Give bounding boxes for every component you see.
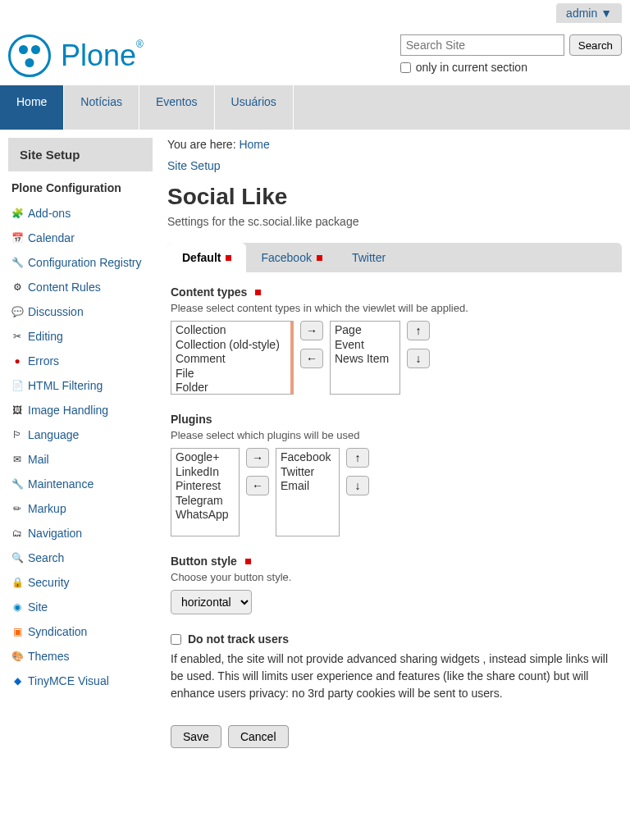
required-icon (245, 559, 251, 564)
sidebar-item-maintenance[interactable]: Maintenance (28, 477, 94, 491)
nav-usuarios[interactable]: Usuários (215, 85, 294, 130)
search-icon: 🔍 (11, 552, 23, 564)
sidebar-item-themes[interactable]: Themes (28, 650, 70, 663)
button-style-help: Choose your button style. (171, 571, 619, 583)
themes-icon: 🎨 (11, 651, 23, 662)
sidebar-item-discussion[interactable]: Discussion (28, 305, 84, 318)
wrench-icon: 🔧 (11, 257, 23, 268)
content-types-selected[interactable]: Page Event News Item (330, 321, 400, 395)
plugins-label: Plugins (171, 413, 212, 426)
plugins-selected[interactable]: Facebook Twitter Email (276, 448, 340, 536)
calendar-icon: 📅 (11, 232, 23, 244)
flag-icon: 🏳 (11, 429, 23, 441)
sidebar-item-addons[interactable]: Add-ons (28, 207, 71, 220)
plugins-move-down-button[interactable]: ↓ (346, 476, 369, 495)
sidebar-item-markup[interactable]: Markup (28, 502, 66, 515)
admin-menu[interactable]: admin ▼ (556, 3, 622, 23)
form-tabs: Default Facebook Twitter (167, 243, 622, 272)
content-types-move-right-button[interactable]: → (300, 321, 323, 340)
site-logo[interactable]: Plone® (8, 34, 144, 77)
plugins-move-left-button[interactable]: ← (246, 476, 269, 495)
plugins-help: Please select which plugins will be used (171, 429, 619, 441)
discussion-icon: 💬 (11, 306, 23, 317)
button-style-select[interactable]: horizontal (171, 590, 252, 614)
page-description: Settings for the sc.social.like package (167, 215, 622, 228)
do-not-track-description: If enabled, the site will not provide ad… (171, 651, 619, 702)
sidebar-section-title: Plone Configuration (8, 181, 153, 201)
content-types-move-down-button[interactable]: ↓ (407, 349, 430, 368)
error-icon: ● (11, 355, 23, 367)
content-types-help: Please select content types in which the… (171, 302, 619, 314)
sidebar-item-content-rules[interactable]: Content Rules (28, 281, 101, 294)
only-current-section-checkbox[interactable] (400, 62, 411, 73)
content-types-move-up-button[interactable]: ↑ (407, 321, 430, 340)
do-not-track-checkbox[interactable] (171, 634, 181, 645)
image-icon: 🖼 (11, 404, 23, 416)
content-types-available[interactable]: Collection Collection (old-style) Commen… (171, 321, 294, 395)
search-input[interactable] (400, 34, 564, 56)
rules-icon: ⚙ (11, 281, 23, 293)
sidebar-item-tinymce[interactable]: TinyMCE Visual (28, 674, 109, 687)
required-icon (226, 255, 231, 261)
sidebar-header: Site Setup (8, 138, 153, 171)
global-nav: Home Notícias Eventos Usuários (0, 85, 630, 130)
content-types-move-left-button[interactable]: ← (300, 349, 323, 368)
sidebar-item-search[interactable]: Search (28, 551, 64, 564)
rss-icon: ▣ (11, 626, 23, 637)
breadcrumb-home[interactable]: Home (239, 138, 269, 151)
sidebar-item-language[interactable]: Language (28, 428, 79, 441)
pencil-icon: ✏ (11, 503, 23, 514)
tab-facebook[interactable]: Facebook (246, 243, 336, 272)
breadcrumb: You are here: Home (167, 138, 622, 151)
sidebar-item-mail[interactable]: Mail (28, 453, 49, 466)
sidebar-item-navigation[interactable]: Navigation (28, 527, 82, 540)
sidebar-item-errors[interactable]: Errors (28, 354, 59, 368)
cancel-button[interactable]: Cancel (228, 725, 289, 748)
nav-noticias[interactable]: Notícias (64, 85, 139, 130)
sidebar-item-editing[interactable]: Editing (28, 330, 63, 343)
nav-home[interactable]: Home (0, 85, 64, 130)
lock-icon: 🔒 (11, 577, 23, 588)
site-setup-link[interactable]: Site Setup (167, 159, 221, 172)
sidebar-item-site[interactable]: Site (28, 600, 48, 614)
sidebar-item-security[interactable]: Security (28, 576, 70, 589)
sidebar-item-html-filtering[interactable]: HTML Filtering (28, 379, 103, 392)
sidebar-item-calendar[interactable]: Calendar (28, 231, 75, 244)
nav-eventos[interactable]: Eventos (139, 85, 215, 130)
site-icon: ◉ (11, 601, 23, 613)
tab-twitter[interactable]: Twitter (337, 243, 400, 272)
tinymce-icon: ◆ (11, 675, 23, 687)
logo-text: Plone® (61, 39, 144, 73)
plugins-move-right-button[interactable]: → (246, 448, 269, 468)
content-types-label: Content types (171, 285, 247, 299)
maintenance-icon: 🔧 (11, 478, 23, 490)
only-current-section-label: only in current section (416, 61, 527, 74)
plugins-available[interactable]: Google+ LinkedIn Pinterest Telegram What… (171, 448, 240, 536)
sidebar-item-image-handling[interactable]: Image Handling (28, 404, 108, 417)
button-style-label: Button style (171, 555, 237, 568)
search-button[interactable]: Search (569, 34, 622, 56)
mail-icon: ✉ (11, 454, 23, 465)
scissors-icon: ✂ (11, 331, 23, 342)
save-button[interactable]: Save (171, 725, 221, 748)
filter-icon: 📄 (11, 380, 23, 391)
sidebar-item-config-registry[interactable]: Configuration Registry (28, 256, 142, 269)
addons-icon: 🧩 (11, 208, 23, 219)
page-title: Social Like (167, 184, 622, 210)
logo-icon (8, 34, 51, 77)
navigation-icon: 🗂 (11, 527, 23, 539)
tab-default[interactable]: Default (167, 243, 246, 272)
required-icon (255, 290, 261, 295)
sidebar-item-syndication[interactable]: Syndication (28, 625, 87, 638)
plugins-move-up-button[interactable]: ↑ (346, 448, 369, 468)
required-icon (317, 255, 322, 261)
do-not-track-label: Do not track users (188, 632, 289, 646)
